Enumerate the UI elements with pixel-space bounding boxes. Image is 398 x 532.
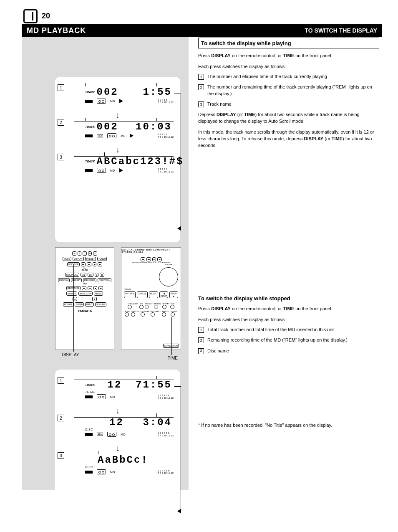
- display-state-3: 3 TRACKABCabc123!#$ MD 2 3 4 5 6 7 8 9 1…: [62, 157, 174, 173]
- remote-btn[interactable]: D: [88, 251, 92, 256]
- remote-btn[interactable]: ⏯: [100, 273, 104, 277]
- cycle-indicator: [181, 386, 181, 513]
- fp-knob[interactable]: [151, 312, 155, 317]
- remote-btn[interactable]: MUSIC: [94, 291, 103, 296]
- knob-label: MODE: [125, 310, 130, 312]
- track-grid: 2 3 4 5 6 7 8 9 10 11 12: [158, 99, 174, 104]
- callout-time: TIME: [168, 356, 178, 360]
- remote-control: ABCDE MODEDISPLAYPRESETTUNER DISC SKIP⏮⏭…: [55, 247, 114, 350]
- cassette-icon: [97, 168, 106, 173]
- remote-btn[interactable]: ■: [95, 273, 98, 277]
- display-panel-stopped: 1 TRACK12 71:55 TOTAL MD 1 2 3 4 5 6 7 8…: [55, 370, 180, 525]
- knob-label: REC: [139, 303, 144, 305]
- knob-label: TIME: [170, 303, 174, 305]
- remote-btn[interactable]: MODE: [63, 257, 71, 261]
- model-label: NATURAL SOUND MINI COMPONENT SYSTEM GX-9…: [121, 248, 179, 253]
- level-icon: [85, 433, 93, 436]
- level-icon: [85, 134, 93, 137]
- intro-text: Press DISPLAY on the remote control, or …: [198, 306, 379, 312]
- remote-btn[interactable]: C: [83, 251, 87, 256]
- brand-label: YAMAHA: [58, 309, 111, 313]
- volume-label: VOLUME: [159, 263, 178, 266]
- section-playing: To switch the display while playing Pres…: [198, 38, 379, 149]
- section-header: MD PLAYBACK TO SWITCH THE DISPLAY: [22, 24, 382, 37]
- remote-btn[interactable]: B: [78, 251, 81, 256]
- fp-knob[interactable]: [141, 312, 145, 317]
- remote-btn[interactable]: E: [93, 251, 97, 256]
- fp-knob[interactable]: [162, 305, 166, 309]
- remote-btn[interactable]: ▶▶: [88, 273, 93, 277]
- total-label: TOTAL: [85, 390, 174, 393]
- list-item: Track name: [207, 101, 232, 107]
- remote-btn[interactable]: INPUT: [85, 302, 94, 307]
- remote-btn[interactable]: ⏭: [87, 262, 91, 266]
- remote-btn[interactable]: POWER: [63, 302, 73, 307]
- remote-btn[interactable]: DIRECTION: [98, 278, 112, 282]
- lead-text: Each press switches the display as follo…: [198, 63, 379, 70]
- fp-knob[interactable]: [145, 305, 149, 309]
- list-number: 1: [198, 74, 204, 80]
- remote-btn[interactable]: ⏭: [88, 286, 92, 290]
- remote-btn[interactable]: TUNER: [97, 257, 107, 261]
- time-value: 1:55: [143, 86, 172, 98]
- fp-btn[interactable]: ⏯: [157, 257, 162, 261]
- fp-btn[interactable]: CANCEL: [137, 291, 148, 298]
- track-number: 12: [108, 379, 122, 390]
- remote-btn[interactable]: BASS EXTN: [78, 291, 93, 296]
- remote-btn[interactable]: ⏮: [82, 286, 86, 290]
- fp-btn[interactable]: ⏭: [146, 257, 151, 261]
- fp-knob[interactable]: [154, 305, 158, 309]
- fp-btn[interactable]: INPUT ▶: [169, 291, 178, 298]
- remote-btn[interactable]: RANDOM: [58, 278, 70, 282]
- fp-knob[interactable]: [139, 305, 144, 309]
- fp-btn[interactable]: ⏮: [141, 257, 145, 261]
- track-grid: 1 2 3 4 5 6 7 8 9 10 11 12: [158, 432, 174, 437]
- volume-knob[interactable]: [159, 267, 178, 286]
- phones-label: PHONES: [124, 288, 178, 290]
- remote-display-btn[interactable]: DISPLAY: [73, 257, 84, 261]
- fp-knob[interactable]: [125, 312, 129, 317]
- remote-btn[interactable]: ⏯: [98, 262, 102, 266]
- remote-btn[interactable]: PROGRAM: [83, 278, 96, 282]
- list-item: Total track number and total time of the…: [207, 327, 335, 333]
- fp-btn[interactable]: ■: [152, 257, 156, 261]
- standby-btn[interactable]: STANDBY/ON: [163, 344, 179, 348]
- fp-btn[interactable]: MUSIC: [149, 291, 158, 298]
- level-icon: [85, 395, 93, 398]
- note-text-2: In this mode, the track name scrolls thr…: [198, 129, 379, 149]
- play-icon: [119, 168, 123, 172]
- md-label: MD: [121, 433, 126, 436]
- track-number: 002: [97, 121, 118, 132]
- level-icon: [85, 100, 93, 103]
- remote-btn[interactable]: ⏯: [98, 286, 103, 290]
- remote-btn[interactable]: A: [72, 251, 76, 256]
- fp-knob[interactable]: [131, 312, 135, 317]
- list-number: 2: [198, 337, 204, 343]
- display-state-2: 2 TRACK002 10:03 REM MD 2 3 4 5 6 7 8 9 …: [62, 122, 174, 138]
- remote-btn[interactable]: REPEAT: [71, 278, 82, 282]
- remote-btn[interactable]: ■: [93, 286, 97, 290]
- remote-btn[interactable]: DIMMER: [66, 291, 77, 296]
- remote-btn[interactable]: ▼: [92, 297, 97, 301]
- fp-knob[interactable]: [128, 305, 132, 309]
- fp-btn[interactable]: ◀ INPUT: [159, 291, 168, 298]
- fp-time-knob[interactable]: [170, 305, 174, 309]
- page-number: 20: [42, 12, 50, 20]
- remote-btn[interactable]: SLEEP: [75, 302, 84, 307]
- track-label: TRACK: [85, 91, 95, 94]
- md-label: MD: [58, 282, 111, 285]
- display-state-3: 3 AaBbCc! DISC MD 1 2 3 4 5 6 7 8 9 10 1…: [62, 456, 174, 474]
- remote-btn[interactable]: ■: [93, 262, 96, 266]
- state-number: 2: [58, 415, 64, 421]
- track-label: TRACK: [85, 383, 95, 387]
- remote-btn[interactable]: REC/PAUSE: [65, 273, 80, 277]
- list-number: 1: [198, 327, 204, 333]
- fp-knob[interactable]: [162, 312, 166, 317]
- footnote: * If no name has been recorded, "No Titl…: [198, 422, 379, 429]
- fp-btn[interactable]: RHYTHM: [124, 291, 135, 298]
- fp-knob[interactable]: [171, 312, 175, 317]
- remote-btn[interactable]: ◀◀: [81, 273, 86, 277]
- remote-btn[interactable]: PRESET: [85, 257, 96, 261]
- remote-btn[interactable]: VOLUME: [95, 302, 106, 307]
- remote-btn[interactable]: ⏮: [81, 262, 86, 266]
